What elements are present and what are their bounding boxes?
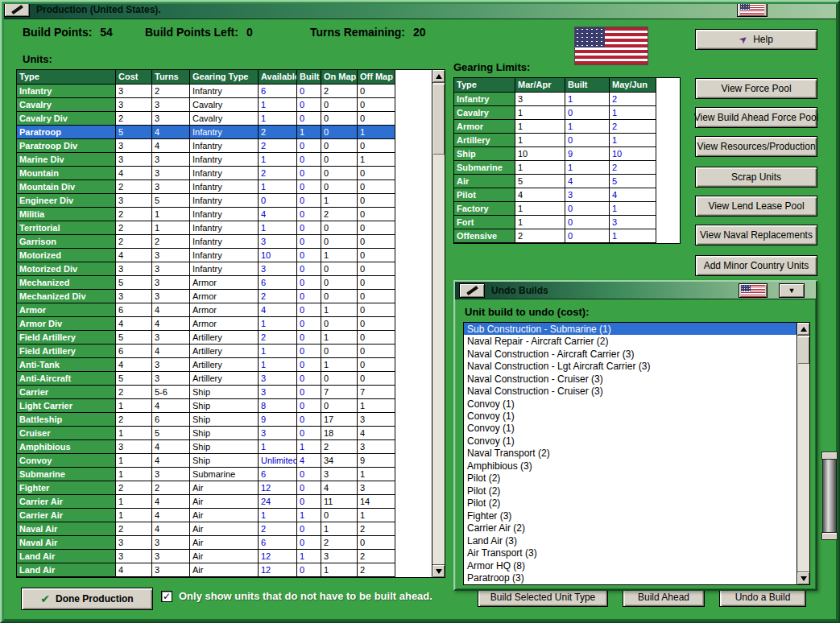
- units-row[interactable]: Field Artillery64Artillery1000: [17, 345, 445, 358]
- side-button-add-minor-country-units[interactable]: Add Minor Country Units: [695, 255, 817, 276]
- undo-list-item[interactable]: Convoy (1): [464, 435, 797, 447]
- turns-remaining-stat: Turns Remaining: 20: [310, 26, 426, 39]
- undo-list-item[interactable]: Air Transport (3): [464, 547, 797, 559]
- units-cell: 1: [116, 427, 152, 440]
- undo-list-item[interactable]: Paratroop (3): [464, 571, 797, 584]
- gearing-limits-label: Gearing Limits:: [453, 61, 530, 73]
- units-cell: 3: [116, 262, 152, 276]
- units-cell: 0: [358, 262, 395, 276]
- undo-list-item[interactable]: Naval Construction - Cruiser (3): [464, 373, 797, 385]
- units-cell: 0: [321, 221, 358, 235]
- units-row[interactable]: Field Artillery53Artillery2010: [17, 331, 445, 345]
- undo-list-item[interactable]: Naval Repair - Aircraft Carrier (2): [464, 335, 797, 347]
- units-row[interactable]: Engineer Div35Infantry0010: [17, 194, 445, 208]
- undo-list-item[interactable]: Carrier Air (2): [464, 522, 797, 534]
- units-row[interactable]: Cavalry Div23Cavalry1000: [17, 112, 445, 126]
- undo-list-item[interactable]: Sub Construction - Submarine (1): [464, 323, 797, 335]
- undo-collapse-button[interactable]: ▼: [779, 283, 805, 298]
- undo-list-item[interactable]: Pilot (2): [464, 485, 797, 497]
- units-row[interactable]: Mechanized Div33Armor2000: [17, 290, 445, 303]
- units-row[interactable]: Naval Air33Air6020: [17, 536, 445, 550]
- undo-scroll-down-button[interactable]: [797, 571, 809, 584]
- undo-list-item[interactable]: Naval Construction - Cruiser (3): [464, 385, 797, 397]
- side-button-view-lend-lease-pool[interactable]: View Lend Lease Pool: [695, 196, 817, 217]
- units-row[interactable]: Land Air33Air12132: [17, 550, 445, 563]
- gearing-row: Artillery101: [454, 134, 680, 147]
- undo-scrollbar[interactable]: [797, 323, 809, 584]
- units-scroll-up-button[interactable]: [432, 70, 445, 83]
- units-row[interactable]: Militia21Infantry4020: [17, 208, 445, 221]
- undo-scroll-up-button[interactable]: [797, 323, 809, 336]
- undo-list-item[interactable]: Convoy (1): [464, 423, 797, 435]
- units-row[interactable]: Motorized Div33Infantry3000: [17, 262, 445, 276]
- units-row[interactable]: Garrison22Infantry3000: [17, 235, 445, 249]
- units-row[interactable]: Paratroop Div34Infantry2000: [17, 139, 445, 153]
- undo-list-item[interactable]: Convoy (1): [464, 398, 797, 410]
- undo-list-item[interactable]: Naval Construction - Aircraft Carrier (3…: [464, 348, 797, 360]
- units-cell: 2: [116, 208, 152, 221]
- units-row[interactable]: Armor Div44Armor1000: [17, 317, 445, 331]
- units-scroll-thumb[interactable]: [432, 84, 445, 155]
- filter-checkbox[interactable]: ✓: [161, 591, 172, 602]
- units-scroll-down-button[interactable]: [432, 564, 445, 577]
- units-scrollbar[interactable]: [432, 70, 445, 577]
- side-button-view-force-pool[interactable]: View Force Pool: [695, 78, 817, 99]
- undo-list-item[interactable]: Convoy (1): [464, 410, 797, 422]
- units-row[interactable]: Fighter22Air12043: [17, 481, 445, 495]
- undo-list-item[interactable]: Land Air (3): [464, 534, 797, 547]
- units-row[interactable]: Motorized43Infantry10010: [17, 249, 445, 262]
- side-button-view-naval-replacements[interactable]: View Naval Replacements: [695, 225, 817, 245]
- units-row[interactable]: Marine Div33Infantry1001: [17, 153, 445, 167]
- units-row[interactable]: Submarine13Submarine6031: [17, 468, 445, 481]
- units-row[interactable]: Anti-Aircraft53Artillery3000: [17, 372, 445, 386]
- units-cell: 0: [297, 303, 321, 317]
- undo-list-item[interactable]: Naval Transport (2): [464, 448, 797, 460]
- undo-scroll-thumb[interactable]: [797, 336, 809, 364]
- undo-list-item[interactable]: Armor HQ (8): [464, 559, 797, 571]
- units-row[interactable]: Land Air43Air12012: [17, 563, 445, 577]
- units-row[interactable]: Carrier Air14Air2401114: [17, 495, 445, 509]
- arrow-up-icon: [801, 327, 807, 332]
- units-row[interactable]: Naval Air24Air2012: [17, 522, 445, 536]
- side-button-view-build-ahead-force-pool[interactable]: View Build Ahead Force Pool: [695, 107, 817, 128]
- units-row[interactable]: Amphibious34Ship1123: [17, 440, 445, 454]
- units-row[interactable]: Mechanized53Armor6000: [17, 276, 445, 290]
- units-row[interactable]: Mountain Div23Infantry1000: [17, 180, 445, 194]
- units-cell: 0: [358, 180, 395, 194]
- undo-list-item[interactable]: Pilot (2): [464, 472, 797, 485]
- units-row[interactable]: Mountain43Infantry2000: [17, 167, 445, 180]
- units-cell: 1: [259, 440, 297, 454]
- units-row[interactable]: Cruiser15Ship30184: [17, 427, 445, 440]
- gearing-row: Air545: [454, 175, 680, 188]
- undo-list-item[interactable]: Pilot (2): [464, 497, 797, 510]
- units-cell: 3: [152, 468, 190, 481]
- arrow-down-icon: [436, 569, 442, 574]
- units-header-cell: Type: [17, 70, 116, 85]
- units-row[interactable]: Carrier Air14Air1101: [17, 509, 445, 522]
- help-button[interactable]: ➤ Help: [695, 29, 817, 50]
- done-production-button[interactable]: ✔ Done Production: [21, 588, 153, 610]
- undo-list-item[interactable]: Naval Construction - Lgt Aircraft Carrie…: [464, 360, 797, 372]
- units-cell: 0: [297, 317, 321, 331]
- units-row[interactable]: Infantry32Infantry6020: [17, 85, 445, 98]
- units-row[interactable]: Territorial21Infantry1000: [17, 221, 445, 235]
- units-row[interactable]: Light Carrier14Ship8001: [17, 399, 445, 413]
- units-row[interactable]: Cavalry33Cavalry1000: [17, 98, 445, 112]
- units-row[interactable]: Convoy14ShipUnlimited4349: [17, 454, 445, 468]
- side-button-view-resources-production[interactable]: View Resources/Production: [695, 136, 817, 157]
- units-row[interactable]: Anti-Tank43Artillery1010: [17, 358, 445, 372]
- units-cell: Mechanized: [17, 276, 116, 290]
- units-cell: 2: [321, 85, 358, 98]
- units-cell: 0: [297, 536, 321, 550]
- undo-list-item[interactable]: Amphibious (3): [464, 460, 797, 472]
- units-row[interactable]: Battleship26Ship90173: [17, 413, 445, 427]
- units-row[interactable]: Paratroop54Infantry2101: [17, 126, 445, 139]
- units-row[interactable]: Armor64Armor4010: [17, 303, 445, 317]
- side-button-scrap-units[interactable]: Scrap Units: [695, 167, 817, 188]
- units-row[interactable]: Carrier25-6Ship3077: [17, 386, 445, 399]
- gearing-cell: 1: [515, 120, 565, 134]
- undo-list-item[interactable]: Fighter (3): [464, 510, 797, 522]
- units-cell: 1: [152, 221, 190, 235]
- units-cell: 2: [152, 235, 190, 249]
- units-cell: Air: [190, 495, 259, 509]
